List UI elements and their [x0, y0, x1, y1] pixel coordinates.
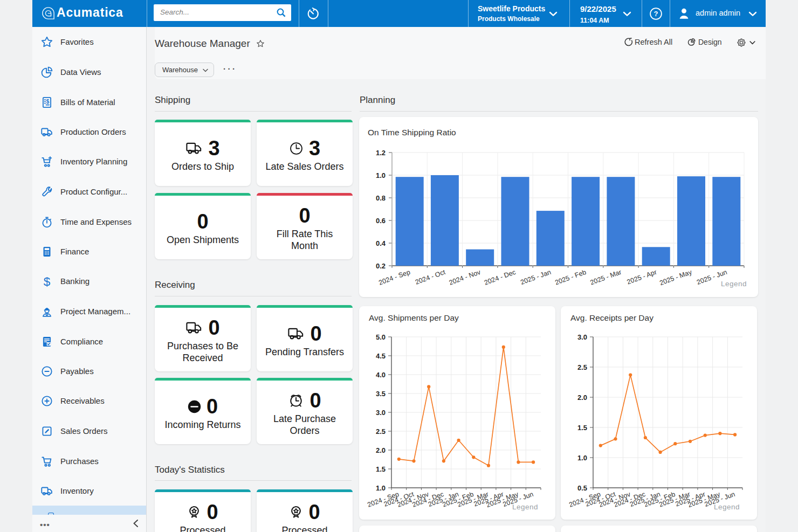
svg-text:$: $ — [46, 98, 49, 105]
svg-text:2.5: 2.5 — [577, 363, 587, 371]
svg-text:0.6: 0.6 — [376, 217, 386, 225]
svg-text:2025 - Feb: 2025 - Feb — [554, 268, 588, 287]
svg-text:0.4: 0.4 — [376, 239, 386, 247]
svg-text:4.5: 4.5 — [376, 352, 386, 360]
svg-text:Legend: Legend — [714, 503, 740, 511]
svg-text:3.0: 3.0 — [577, 333, 587, 341]
svg-text:2024 - Oct: 2024 - Oct — [414, 268, 446, 286]
svg-text:2025 - Apr: 2025 - Apr — [626, 268, 658, 286]
svg-text:2025 - Jan: 2025 - Jan — [520, 268, 552, 286]
svg-text:1.2: 1.2 — [376, 149, 386, 157]
svg-text:4.0: 4.0 — [376, 371, 386, 379]
svg-text:1.5: 1.5 — [577, 424, 587, 432]
svg-text:Legend: Legend — [721, 280, 747, 288]
svg-text:2025 - Mar: 2025 - Mar — [589, 268, 623, 287]
svg-text:1.0: 1.0 — [577, 454, 587, 462]
svg-text:2024 - Dec: 2024 - Dec — [483, 268, 517, 287]
svg-text:1.0: 1.0 — [376, 484, 386, 492]
svg-text:0.2: 0.2 — [376, 262, 386, 270]
svg-text:2024 - Nov: 2024 - Nov — [448, 268, 482, 286]
svg-text:1.5: 1.5 — [376, 465, 386, 473]
svg-text:2.0: 2.0 — [577, 393, 587, 402]
svg-text:$: $ — [44, 275, 51, 288]
svg-text:2.5: 2.5 — [376, 427, 386, 436]
svg-text:0.8: 0.8 — [376, 194, 386, 202]
svg-text:5.0: 5.0 — [376, 333, 386, 341]
svg-text:3.0: 3.0 — [376, 409, 386, 417]
svg-text:1.0: 1.0 — [376, 171, 386, 179]
svg-text:2025 - May: 2025 - May — [658, 268, 693, 287]
svg-text:2024 - Sep: 2024 - Sep — [377, 268, 411, 287]
svg-text:3.5: 3.5 — [376, 390, 386, 398]
svg-text:0.5: 0.5 — [577, 484, 587, 492]
svg-text:?: ? — [654, 10, 658, 18]
svg-text:2.0: 2.0 — [376, 446, 386, 454]
svg-text:Legend: Legend — [512, 503, 538, 511]
